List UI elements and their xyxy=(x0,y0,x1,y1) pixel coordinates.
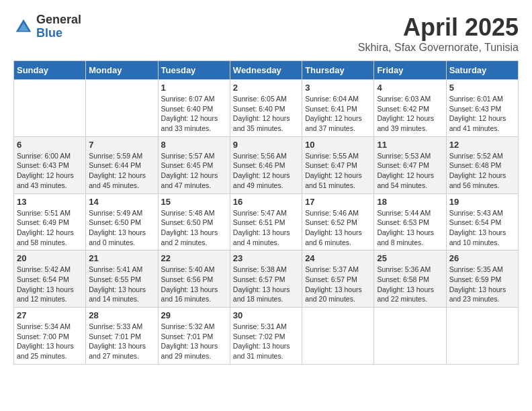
calendar-cell: 24Sunrise: 5:37 AMSunset: 6:57 PMDayligh… xyxy=(302,250,374,308)
calendar-cell: 20Sunrise: 5:42 AMSunset: 6:54 PMDayligh… xyxy=(14,250,86,308)
cell-day-number: 10 xyxy=(305,140,371,150)
cell-day-number: 17 xyxy=(305,197,371,207)
calendar-cell: 19Sunrise: 5:43 AMSunset: 6:54 PMDayligh… xyxy=(446,193,518,250)
calendar-cell: 7Sunrise: 5:59 AMSunset: 6:44 PMDaylight… xyxy=(86,136,158,193)
cell-day-number: 8 xyxy=(161,140,227,150)
cell-info: Sunrise: 5:55 AMSunset: 6:47 PMDaylight:… xyxy=(305,151,371,191)
cell-day-number: 2 xyxy=(233,83,299,93)
cell-info: Sunrise: 6:05 AMSunset: 6:40 PMDaylight:… xyxy=(233,94,299,134)
calendar-week-row: 6Sunrise: 6:00 AMSunset: 6:43 PMDaylight… xyxy=(14,136,519,193)
cell-day-number: 7 xyxy=(89,140,154,150)
header: General Blue April 2025 Skhira, Sfax Gov… xyxy=(13,13,519,54)
calendar-cell: 13Sunrise: 5:51 AMSunset: 6:49 PMDayligh… xyxy=(14,193,86,250)
logo: General Blue xyxy=(13,13,81,40)
calendar-cell: 14Sunrise: 5:49 AMSunset: 6:50 PMDayligh… xyxy=(86,193,158,250)
cell-day-number: 21 xyxy=(89,253,154,263)
calendar-cell: 6Sunrise: 6:00 AMSunset: 6:43 PMDaylight… xyxy=(14,136,86,193)
calendar-week-row: 27Sunrise: 5:34 AMSunset: 7:00 PMDayligh… xyxy=(14,308,519,365)
cell-info: Sunrise: 6:01 AMSunset: 6:43 PMDaylight:… xyxy=(449,94,515,134)
cell-day-number: 25 xyxy=(377,253,443,263)
cell-info: Sunrise: 6:03 AMSunset: 6:42 PMDaylight:… xyxy=(377,94,443,134)
calendar-cell: 29Sunrise: 5:32 AMSunset: 7:01 PMDayligh… xyxy=(158,308,230,365)
cell-info: Sunrise: 5:47 AMSunset: 6:51 PMDaylight:… xyxy=(233,208,299,248)
calendar-cell: 16Sunrise: 5:47 AMSunset: 6:51 PMDayligh… xyxy=(230,193,302,250)
cell-day-number: 22 xyxy=(161,253,227,263)
cell-day-number: 1 xyxy=(161,83,227,93)
cell-info: Sunrise: 5:53 AMSunset: 6:47 PMDaylight:… xyxy=(377,151,443,191)
calendar-cell: 25Sunrise: 5:36 AMSunset: 6:58 PMDayligh… xyxy=(374,250,446,308)
cell-info: Sunrise: 6:07 AMSunset: 6:40 PMDaylight:… xyxy=(161,94,227,134)
cell-info: Sunrise: 6:04 AMSunset: 6:41 PMDaylight:… xyxy=(305,94,371,134)
header-monday: Monday xyxy=(86,61,158,80)
header-friday: Friday xyxy=(374,61,446,80)
calendar-week-row: 13Sunrise: 5:51 AMSunset: 6:49 PMDayligh… xyxy=(14,193,519,250)
cell-info: Sunrise: 6:00 AMSunset: 6:43 PMDaylight:… xyxy=(17,151,83,191)
cell-info: Sunrise: 5:41 AMSunset: 6:55 PMDaylight:… xyxy=(89,265,154,304)
calendar-cell: 17Sunrise: 5:46 AMSunset: 6:52 PMDayligh… xyxy=(302,193,374,250)
calendar-cell xyxy=(14,80,86,137)
logo-general: General xyxy=(36,13,81,27)
cell-info: Sunrise: 5:51 AMSunset: 6:49 PMDaylight:… xyxy=(17,208,83,248)
cell-day-number: 18 xyxy=(377,197,443,207)
header-sunday: Sunday xyxy=(14,61,86,80)
cell-info: Sunrise: 5:37 AMSunset: 6:57 PMDaylight:… xyxy=(305,265,371,304)
cell-info: Sunrise: 5:36 AMSunset: 6:58 PMDaylight:… xyxy=(377,265,443,304)
calendar-cell: 28Sunrise: 5:33 AMSunset: 7:01 PMDayligh… xyxy=(86,308,158,365)
cell-info: Sunrise: 5:35 AMSunset: 6:59 PMDaylight:… xyxy=(449,265,515,304)
calendar-cell: 21Sunrise: 5:41 AMSunset: 6:55 PMDayligh… xyxy=(86,250,158,308)
calendar-cell: 18Sunrise: 5:44 AMSunset: 6:53 PMDayligh… xyxy=(374,193,446,250)
cell-day-number: 19 xyxy=(449,197,515,207)
calendar-cell: 4Sunrise: 6:03 AMSunset: 6:42 PMDaylight… xyxy=(374,80,446,137)
cell-day-number: 5 xyxy=(449,83,515,93)
cell-info: Sunrise: 5:59 AMSunset: 6:44 PMDaylight:… xyxy=(89,151,154,191)
main-title: April 2025 xyxy=(358,13,519,42)
cell-day-number: 9 xyxy=(233,140,299,150)
cell-day-number: 27 xyxy=(17,310,83,320)
calendar-cell: 22Sunrise: 5:40 AMSunset: 6:56 PMDayligh… xyxy=(158,250,230,308)
calendar-cell: 9Sunrise: 5:56 AMSunset: 6:46 PMDaylight… xyxy=(230,136,302,193)
cell-info: Sunrise: 5:38 AMSunset: 6:57 PMDaylight:… xyxy=(233,265,299,304)
cell-info: Sunrise: 5:46 AMSunset: 6:52 PMDaylight:… xyxy=(305,208,371,248)
cell-day-number: 16 xyxy=(233,197,299,207)
calendar-cell xyxy=(374,308,446,365)
calendar-cell: 8Sunrise: 5:57 AMSunset: 6:45 PMDaylight… xyxy=(158,136,230,193)
calendar-cell: 3Sunrise: 6:04 AMSunset: 6:41 PMDaylight… xyxy=(302,80,374,137)
cell-info: Sunrise: 5:48 AMSunset: 6:50 PMDaylight:… xyxy=(161,208,227,248)
cell-info: Sunrise: 5:49 AMSunset: 6:50 PMDaylight:… xyxy=(89,208,154,248)
calendar-header-row: SundayMondayTuesdayWednesdayThursdayFrid… xyxy=(14,61,519,80)
cell-info: Sunrise: 5:44 AMSunset: 6:53 PMDaylight:… xyxy=(377,208,443,248)
cell-day-number: 23 xyxy=(233,253,299,263)
calendar-cell: 23Sunrise: 5:38 AMSunset: 6:57 PMDayligh… xyxy=(230,250,302,308)
cell-day-number: 11 xyxy=(377,140,443,150)
cell-day-number: 28 xyxy=(89,310,154,320)
calendar-cell: 27Sunrise: 5:34 AMSunset: 7:00 PMDayligh… xyxy=(14,308,86,365)
calendar-week-row: 1Sunrise: 6:07 AMSunset: 6:40 PMDaylight… xyxy=(14,80,519,137)
header-thursday: Thursday xyxy=(302,61,374,80)
cell-info: Sunrise: 5:31 AMSunset: 7:02 PMDaylight:… xyxy=(233,322,299,361)
cell-day-number: 15 xyxy=(161,197,227,207)
calendar-cell xyxy=(86,80,158,137)
cell-day-number: 13 xyxy=(17,197,83,207)
calendar: SundayMondayTuesdayWednesdayThursdayFrid… xyxy=(13,60,519,365)
cell-day-number: 26 xyxy=(449,253,515,263)
calendar-cell xyxy=(302,308,374,365)
calendar-cell: 2Sunrise: 6:05 AMSunset: 6:40 PMDaylight… xyxy=(230,80,302,137)
cell-day-number: 24 xyxy=(305,253,371,263)
header-wednesday: Wednesday xyxy=(230,61,302,80)
cell-info: Sunrise: 5:32 AMSunset: 7:01 PMDaylight:… xyxy=(161,322,227,361)
calendar-cell: 1Sunrise: 6:07 AMSunset: 6:40 PMDaylight… xyxy=(158,80,230,137)
calendar-cell: 30Sunrise: 5:31 AMSunset: 7:02 PMDayligh… xyxy=(230,308,302,365)
calendar-week-row: 20Sunrise: 5:42 AMSunset: 6:54 PMDayligh… xyxy=(14,250,519,308)
logo-blue: Blue xyxy=(36,27,81,40)
logo-icon xyxy=(13,17,34,37)
subtitle: Skhira, Sfax Governorate, Tunisia xyxy=(358,42,519,54)
cell-info: Sunrise: 5:43 AMSunset: 6:54 PMDaylight:… xyxy=(449,208,515,248)
cell-info: Sunrise: 5:42 AMSunset: 6:54 PMDaylight:… xyxy=(17,265,83,304)
cell-day-number: 12 xyxy=(449,140,515,150)
cell-day-number: 29 xyxy=(161,310,227,320)
cell-info: Sunrise: 5:52 AMSunset: 6:48 PMDaylight:… xyxy=(449,151,515,191)
cell-day-number: 30 xyxy=(233,310,299,320)
calendar-cell xyxy=(446,308,518,365)
cell-info: Sunrise: 5:57 AMSunset: 6:45 PMDaylight:… xyxy=(161,151,227,191)
cell-day-number: 4 xyxy=(377,83,443,93)
